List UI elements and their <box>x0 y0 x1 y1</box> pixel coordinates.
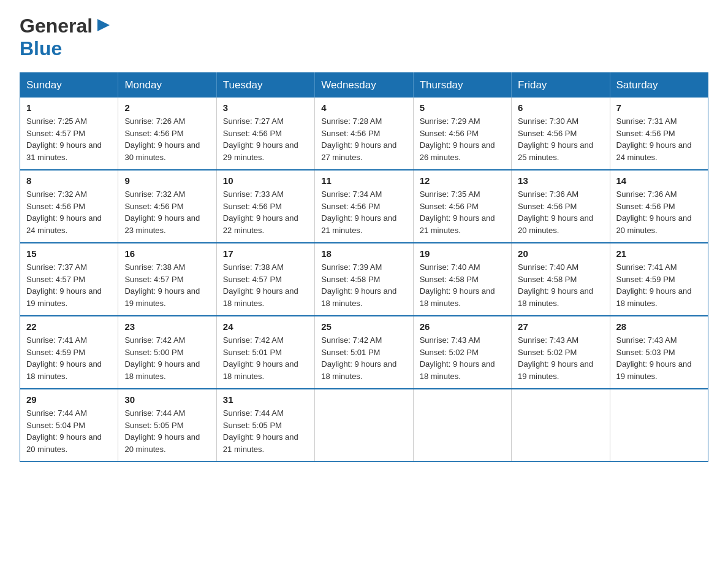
calendar-cell: 31 Sunrise: 7:44 AM Sunset: 5:05 PM Dayl… <box>216 389 314 462</box>
day-info: Sunrise: 7:42 AM Sunset: 5:01 PM Dayligh… <box>321 334 406 382</box>
day-info: Sunrise: 7:41 AM Sunset: 4:59 PM Dayligh… <box>616 261 702 309</box>
daylight-label: Daylight: 9 hours and 18 minutes. <box>616 286 692 308</box>
calendar-table: SundayMondayTuesdayWednesdayThursdayFrid… <box>20 72 708 462</box>
sunrise-label: Sunrise: 7:44 AM <box>124 408 185 418</box>
day-info: Sunrise: 7:31 AM Sunset: 4:56 PM Dayligh… <box>616 115 702 163</box>
sunset-label: Sunset: 5:02 PM <box>518 348 577 357</box>
week-row-3: 15 Sunrise: 7:37 AM Sunset: 4:57 PM Dayl… <box>20 243 708 316</box>
weekday-header-saturday: Saturday <box>610 73 708 98</box>
calendar-cell: 9 Sunrise: 7:32 AM Sunset: 4:56 PM Dayli… <box>118 170 216 243</box>
day-info: Sunrise: 7:38 AM Sunset: 4:57 PM Dayligh… <box>223 261 308 309</box>
sunrise-label: Sunrise: 7:30 AM <box>518 117 578 126</box>
sunset-label: Sunset: 4:56 PM <box>223 202 282 211</box>
day-number: 16 <box>124 248 210 259</box>
sunrise-label: Sunrise: 7:42 AM <box>124 335 185 345</box>
day-info: Sunrise: 7:38 AM Sunset: 4:57 PM Dayligh… <box>124 261 210 309</box>
day-info: Sunrise: 7:43 AM Sunset: 5:03 PM Dayligh… <box>616 334 702 382</box>
daylight-label: Daylight: 9 hours and 20 minutes. <box>616 213 692 235</box>
sunset-label: Sunset: 5:04 PM <box>26 421 85 430</box>
calendar-cell: 19 Sunrise: 7:40 AM Sunset: 4:58 PM Dayl… <box>413 243 511 316</box>
day-number: 6 <box>518 102 603 113</box>
weekday-header-row: SundayMondayTuesdayWednesdayThursdayFrid… <box>20 73 708 98</box>
weekday-header-tuesday: Tuesday <box>216 73 314 98</box>
day-number: 9 <box>124 175 210 186</box>
sunset-label: Sunset: 5:01 PM <box>321 348 380 357</box>
day-number: 23 <box>124 321 210 332</box>
day-info: Sunrise: 7:40 AM Sunset: 4:58 PM Dayligh… <box>518 261 603 309</box>
calendar-cell: 21 Sunrise: 7:41 AM Sunset: 4:59 PM Dayl… <box>610 243 708 316</box>
daylight-label: Daylight: 9 hours and 29 minutes. <box>223 140 298 162</box>
calendar-cell: 4 Sunrise: 7:28 AM Sunset: 4:56 PM Dayli… <box>315 98 413 170</box>
calendar-cell: 30 Sunrise: 7:44 AM Sunset: 5:05 PM Dayl… <box>118 389 216 462</box>
calendar-cell: 2 Sunrise: 7:26 AM Sunset: 4:56 PM Dayli… <box>118 98 216 170</box>
sunset-label: Sunset: 4:57 PM <box>26 275 85 284</box>
day-info: Sunrise: 7:43 AM Sunset: 5:02 PM Dayligh… <box>518 334 603 382</box>
sunset-label: Sunset: 4:56 PM <box>420 202 479 211</box>
sunrise-label: Sunrise: 7:36 AM <box>616 190 677 199</box>
sunset-label: Sunset: 4:56 PM <box>223 129 282 138</box>
day-number: 29 <box>26 394 112 405</box>
sunrise-label: Sunrise: 7:40 AM <box>518 262 578 272</box>
calendar-cell: 23 Sunrise: 7:42 AM Sunset: 5:00 PM Dayl… <box>118 316 216 389</box>
calendar-cell: 25 Sunrise: 7:42 AM Sunset: 5:01 PM Dayl… <box>315 316 413 389</box>
day-number: 18 <box>321 248 406 259</box>
day-number: 27 <box>518 321 603 332</box>
day-info: Sunrise: 7:32 AM Sunset: 4:56 PM Dayligh… <box>26 188 112 236</box>
calendar-cell <box>413 389 511 462</box>
daylight-label: Daylight: 9 hours and 18 minutes. <box>321 286 396 308</box>
calendar-cell <box>610 389 708 462</box>
day-number: 8 <box>26 175 112 186</box>
weekday-header-wednesday: Wednesday <box>315 73 413 98</box>
day-info: Sunrise: 7:37 AM Sunset: 4:57 PM Dayligh… <box>26 261 112 309</box>
daylight-label: Daylight: 9 hours and 21 minutes. <box>420 213 495 235</box>
week-row-2: 8 Sunrise: 7:32 AM Sunset: 4:56 PM Dayli… <box>20 170 708 243</box>
sunset-label: Sunset: 4:58 PM <box>518 275 577 284</box>
weekday-header-monday: Monday <box>118 73 216 98</box>
page-header: General Blue <box>20 15 708 60</box>
day-number: 20 <box>518 248 603 259</box>
daylight-label: Daylight: 9 hours and 24 minutes. <box>616 140 692 162</box>
sunrise-label: Sunrise: 7:42 AM <box>223 335 284 345</box>
sunrise-label: Sunrise: 7:41 AM <box>616 262 677 272</box>
day-info: Sunrise: 7:44 AM Sunset: 5:04 PM Dayligh… <box>26 407 112 455</box>
day-number: 25 <box>321 321 406 332</box>
sunrise-label: Sunrise: 7:38 AM <box>124 262 185 272</box>
calendar-cell: 13 Sunrise: 7:36 AM Sunset: 4:56 PM Dayl… <box>512 170 610 243</box>
sunset-label: Sunset: 5:05 PM <box>223 421 282 430</box>
daylight-label: Daylight: 9 hours and 20 minutes. <box>26 432 102 454</box>
week-row-1: 1 Sunrise: 7:25 AM Sunset: 4:57 PM Dayli… <box>20 98 708 170</box>
sunset-label: Sunset: 4:58 PM <box>321 275 380 284</box>
sunset-label: Sunset: 5:03 PM <box>616 348 675 357</box>
sunrise-label: Sunrise: 7:31 AM <box>616 117 677 126</box>
sunset-label: Sunset: 4:56 PM <box>616 202 675 211</box>
day-number: 7 <box>616 102 702 113</box>
daylight-label: Daylight: 9 hours and 18 minutes. <box>124 359 200 381</box>
logo-arrow-icon <box>95 17 112 34</box>
daylight-label: Daylight: 9 hours and 23 minutes. <box>124 213 200 235</box>
daylight-label: Daylight: 9 hours and 19 minutes. <box>616 359 692 381</box>
day-number: 19 <box>420 248 505 259</box>
calendar-cell: 3 Sunrise: 7:27 AM Sunset: 4:56 PM Dayli… <box>216 98 314 170</box>
sunset-label: Sunset: 5:00 PM <box>124 348 183 357</box>
sunrise-label: Sunrise: 7:28 AM <box>321 117 382 126</box>
day-number: 13 <box>518 175 603 186</box>
calendar-cell: 22 Sunrise: 7:41 AM Sunset: 4:59 PM Dayl… <box>20 316 118 389</box>
sunset-label: Sunset: 4:56 PM <box>420 129 479 138</box>
day-number: 10 <box>223 175 308 186</box>
day-info: Sunrise: 7:29 AM Sunset: 4:56 PM Dayligh… <box>420 115 505 163</box>
calendar-cell: 20 Sunrise: 7:40 AM Sunset: 4:58 PM Dayl… <box>512 243 610 316</box>
calendar-cell: 29 Sunrise: 7:44 AM Sunset: 5:04 PM Dayl… <box>20 389 118 462</box>
calendar-cell: 28 Sunrise: 7:43 AM Sunset: 5:03 PM Dayl… <box>610 316 708 389</box>
calendar-cell <box>315 389 413 462</box>
sunrise-label: Sunrise: 7:29 AM <box>420 117 480 126</box>
week-row-4: 22 Sunrise: 7:41 AM Sunset: 4:59 PM Dayl… <box>20 316 708 389</box>
sunset-label: Sunset: 4:59 PM <box>616 275 675 284</box>
daylight-label: Daylight: 9 hours and 26 minutes. <box>420 140 495 162</box>
day-info: Sunrise: 7:41 AM Sunset: 4:59 PM Dayligh… <box>26 334 112 382</box>
sunset-label: Sunset: 4:57 PM <box>26 129 85 138</box>
sunset-label: Sunset: 4:56 PM <box>26 202 85 211</box>
day-info: Sunrise: 7:36 AM Sunset: 4:56 PM Dayligh… <box>616 188 702 236</box>
daylight-label: Daylight: 9 hours and 30 minutes. <box>124 140 200 162</box>
calendar-cell: 17 Sunrise: 7:38 AM Sunset: 4:57 PM Dayl… <box>216 243 314 316</box>
sunset-label: Sunset: 4:56 PM <box>518 202 577 211</box>
